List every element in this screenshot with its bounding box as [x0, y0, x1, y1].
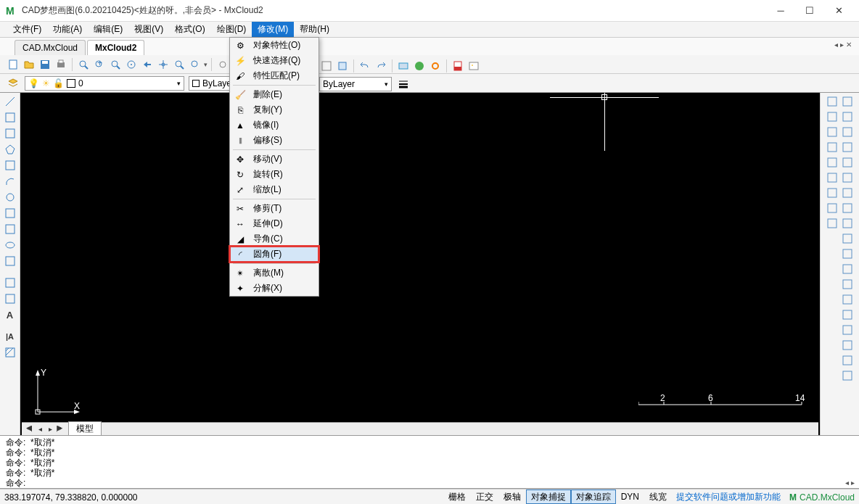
dim1-icon[interactable]	[840, 231, 855, 246]
block-icon[interactable]	[3, 276, 17, 290]
cmd-scroll[interactable]: ◂ ▸	[845, 479, 855, 487]
regen-icon[interactable]	[215, 57, 230, 72]
mtext-icon[interactable]: |A	[3, 329, 17, 344]
menu-2[interactable]: 编辑(E)	[88, 22, 128, 37]
menu-3[interactable]: 视图(V)	[128, 22, 169, 37]
trim2-icon[interactable]	[840, 170, 855, 185]
dim4-icon[interactable]	[840, 277, 855, 292]
new-icon[interactable]	[6, 57, 20, 72]
tool-icon[interactable]	[319, 59, 334, 73]
menu-item-mirror[interactable]: ▲镜像(I)	[230, 117, 318, 133]
image-icon[interactable]	[467, 59, 481, 73]
menu-item-qselect[interactable]: ⚡快速选择(Q)	[230, 53, 318, 68]
chamfer2-icon[interactable]	[825, 201, 839, 215]
circle-icon[interactable]	[3, 190, 17, 205]
menu-1[interactable]: 功能(A)	[47, 22, 88, 37]
tab-next-icon[interactable]: ▸	[45, 425, 55, 433]
open-icon[interactable]	[22, 57, 36, 72]
menu-5[interactable]: 绘图(D)	[211, 22, 252, 37]
dropdown-arrow-icon[interactable]: ▾	[204, 61, 207, 68]
line-icon[interactable]	[3, 94, 17, 109]
dim8-icon[interactable]	[840, 338, 855, 352]
point-icon[interactable]	[3, 292, 17, 306]
zoom-in-icon[interactable]: +	[92, 57, 107, 72]
menu-item-move[interactable]: ✥移动(V)	[230, 152, 318, 167]
ellipse-icon[interactable]	[3, 238, 17, 252]
menu-item-explode[interactable]: ✦分解(X)	[230, 281, 318, 296]
tab-prev-icon[interactable]: ◂	[35, 425, 45, 433]
tab-nav-controls[interactable]: ◂ ▸ ✕	[834, 41, 852, 49]
dim9-icon[interactable]	[840, 353, 855, 368]
cloud-icon[interactable]	[825, 140, 839, 154]
lineweight-icon[interactable]	[396, 77, 411, 91]
zoom-realtime-icon[interactable]	[172, 57, 186, 72]
redo-icon[interactable]	[374, 59, 388, 73]
maximize-button[interactable]: ☐	[795, 1, 824, 21]
menu-7[interactable]: 帮助(H)	[294, 22, 335, 37]
menu-4[interactable]: 格式(O)	[169, 22, 210, 37]
status-toggle-2[interactable]: 极轴	[498, 489, 526, 504]
text-icon[interactable]: A	[3, 307, 17, 322]
paint-icon[interactable]	[840, 94, 855, 109]
undo-icon[interactable]	[358, 59, 372, 73]
ellipse-arc-icon[interactable]	[3, 254, 17, 268]
linetype-selector[interactable]: ByLayer▾	[319, 77, 392, 91]
status-toggle-4[interactable]: 对象追踪	[571, 489, 616, 504]
save-icon[interactable]	[38, 57, 52, 72]
menu-item-scale[interactable]: ⤢缩放(L)	[230, 182, 318, 197]
dim2-icon[interactable]	[840, 247, 855, 261]
status-toggle-5[interactable]: DYN	[616, 489, 644, 504]
offset2-icon[interactable]	[825, 170, 839, 185]
minimize-button[interactable]: ─	[766, 1, 795, 21]
menu-item-offset[interactable]: ⦀偏移(S)	[230, 133, 318, 148]
tab-last-icon[interactable]: ⯈	[55, 425, 65, 433]
revcloud-icon[interactable]	[3, 206, 17, 220]
ray-icon[interactable]	[3, 110, 17, 125]
dim10-icon[interactable]	[840, 368, 855, 383]
pdf-icon[interactable]	[451, 59, 465, 73]
menu-item-break[interactable]: ✴离散(M)	[230, 265, 318, 281]
pan-icon[interactable]	[156, 57, 170, 72]
pline-icon[interactable]	[3, 126, 17, 141]
dim3-icon[interactable]	[840, 262, 855, 276]
fillet2-icon[interactable]	[825, 186, 839, 200]
arc-icon[interactable]	[3, 174, 17, 189]
command-window[interactable]: 命令: *取消*命令: *取消*命令: *取消*命令: *取消*命令:◂ ▸	[0, 435, 859, 489]
status-toggle-0[interactable]: 栅格	[443, 489, 471, 504]
model-tab[interactable]: 模型	[68, 421, 102, 437]
status-toggle-3[interactable]: 对象捕捉	[526, 489, 571, 504]
menu-0[interactable]: 文件(F)	[7, 22, 47, 37]
dim5-icon[interactable]	[840, 292, 855, 307]
hatch-icon[interactable]	[3, 345, 17, 360]
extend2-icon[interactable]	[840, 186, 855, 200]
menu-6[interactable]: 修改(M)	[252, 22, 294, 37]
menu-item-chamfer[interactable]: ◢导角(C)	[230, 231, 318, 247]
globe-icon[interactable]	[412, 59, 427, 73]
status-toggle-1[interactable]: 正交	[471, 489, 498, 504]
copy3-icon[interactable]	[825, 110, 839, 124]
zoom-window-icon[interactable]	[76, 57, 91, 72]
zoom-prev-icon[interactable]	[140, 57, 155, 72]
zoom-extents-icon[interactable]	[108, 57, 123, 72]
rotate2-icon[interactable]	[840, 125, 855, 139]
menu-item-trim[interactable]: ✂修剪(T)	[230, 201, 318, 216]
array-icon[interactable]	[825, 155, 839, 170]
dim7-icon[interactable]	[840, 323, 855, 337]
drawing-canvas[interactable]: YX 2 6 14	[20, 93, 820, 435]
menu-item-rotate[interactable]: ↻旋转(R)	[230, 167, 318, 182]
tab-first-icon[interactable]: ⯇	[25, 425, 35, 433]
tool-icon[interactable]	[396, 59, 411, 73]
print-icon[interactable]	[54, 57, 68, 72]
polygon-icon[interactable]	[3, 142, 17, 157]
menu-item-props[interactable]: ⚙对象特性(O)	[230, 38, 318, 53]
spline-icon[interactable]	[3, 222, 17, 236]
scale2-icon[interactable]	[840, 201, 855, 215]
menu-item-erase[interactable]: 🧹删除(E)	[230, 87, 318, 102]
zoom-center-icon[interactable]	[124, 57, 139, 72]
rect-icon[interactable]	[3, 158, 17, 173]
doc-tab[interactable]: MxCloud2	[87, 40, 144, 55]
align-icon[interactable]	[840, 216, 855, 231]
move2-icon[interactable]	[840, 110, 855, 124]
doc-tab[interactable]: CAD.MxCloud	[15, 40, 86, 55]
menu-item-extend[interactable]: ↔延伸(D)	[230, 216, 318, 231]
